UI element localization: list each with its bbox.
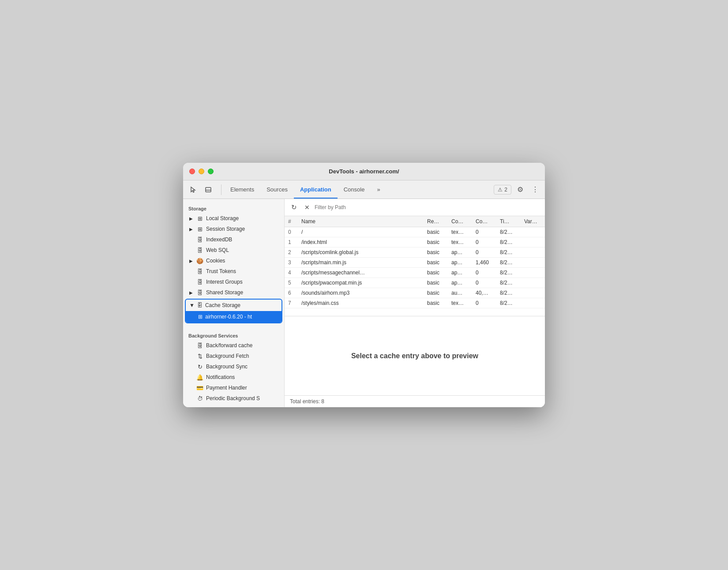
main-content: Storage ▶ ⊞ Local Storage ▶ ⊞ Session St… (183, 199, 545, 407)
refresh-button[interactable]: ↻ (288, 202, 300, 213)
clear-filter-button[interactable]: ✕ (302, 202, 312, 212)
sidebar-item-session-storage[interactable]: ▶ ⊞ Session Storage (183, 224, 284, 234)
sidebar-item-periodic-background[interactable]: ▶ ⏱ Periodic Background S (183, 393, 284, 404)
sidebar-label-local-storage: Local Storage (206, 215, 239, 221)
col-header-ti: Ti… (496, 216, 521, 227)
col-header-re: Re… (424, 216, 448, 227)
sidebar-label-payment-handler: Payment Handler (206, 385, 247, 391)
cell-name: /scripts/comlink.global.js (298, 248, 424, 258)
table-row[interactable]: 7 /styles/main.css basic tex… 0 8/2… (285, 298, 545, 308)
table-row[interactable]: 0 / basic tex… 0 8/2… (285, 227, 545, 237)
table-icon: ⊞ (198, 314, 203, 320)
cell-var (521, 268, 545, 278)
sidebar-item-cache-entry[interactable]: ⊞ airhorner-0.6.20 - ht (186, 311, 281, 322)
cell-var (521, 248, 545, 258)
cell-re: basic (424, 258, 448, 268)
arrow-icon: ▼ (189, 302, 195, 308)
cell-co2: 0 (472, 227, 496, 237)
sidebar-item-notifications[interactable]: ▶ 🔔 Notifications (183, 372, 284, 382)
sidebar-item-web-sql[interactable]: ▶ 🗄 Web SQL (183, 245, 284, 255)
storage-icon: ⊞ (196, 215, 203, 222)
sidebar: Storage ▶ ⊞ Local Storage ▶ ⊞ Session St… (183, 199, 285, 407)
toolbar-divider (221, 184, 221, 195)
db-icon: 🗄 (196, 289, 203, 296)
cell-name: /scripts/main.min.js (298, 258, 424, 268)
toolbar: Elements Sources Application Console » ⚠… (183, 180, 545, 199)
cell-ti: 8/2… (496, 288, 521, 298)
preview-area: Select a cache entry above to preview (285, 316, 545, 395)
sidebar-item-local-storage[interactable]: ▶ ⊞ Local Storage (183, 213, 284, 224)
main-panel: ↻ ✕ # Name Re… Co… Co… Ti… Var (285, 199, 545, 407)
table-row[interactable]: 4 /scripts/messagechannel… basic ap… 0 8… (285, 268, 545, 278)
sidebar-label-back-forward-cache: Back/forward cache (206, 342, 252, 349)
minimize-button[interactable] (199, 169, 204, 174)
cell-name: / (298, 227, 424, 237)
dock-icon[interactable] (202, 184, 215, 196)
sidebar-label-web-sql: Web SQL (206, 247, 229, 253)
sidebar-item-shared-storage[interactable]: ▶ 🗄 Shared Storage (183, 287, 284, 298)
table-row[interactable]: 3 /scripts/main.min.js basic ap… 1,460 8… (285, 258, 545, 268)
db-icon: 🗄 (196, 236, 203, 243)
sidebar-item-background-fetch[interactable]: ▶ ⇅ Background Fetch (183, 351, 284, 361)
table-row[interactable]: 5 /scripts/pwacompat.min.js basic ap… 0 … (285, 278, 545, 288)
table-row[interactable]: 2 /scripts/comlink.global.js basic ap… 0… (285, 248, 545, 258)
filter-bar: ↻ ✕ (285, 199, 545, 216)
sidebar-label-indexed-db: IndexedDB (206, 236, 232, 243)
sidebar-item-back-forward-cache[interactable]: ▶ 🗄 Back/forward cache (183, 340, 284, 351)
cell-name: /index.html (298, 237, 424, 248)
settings-button[interactable]: ⚙ (514, 184, 526, 196)
close-button[interactable] (189, 169, 195, 174)
cell-co1: tex… (448, 227, 472, 237)
cell-co1: tex… (448, 298, 472, 308)
tab-application[interactable]: Application (294, 180, 338, 199)
col-header-co2: Co… (472, 216, 496, 227)
arrow-icon: ▶ (188, 227, 194, 232)
cookie-icon: 🍪 (196, 258, 203, 264)
cell-ti: 8/2… (496, 268, 521, 278)
status-bar: Total entries: 8 (285, 395, 545, 407)
arrow-icon: ▶ (188, 216, 194, 221)
tab-console[interactable]: Console (338, 180, 371, 199)
sidebar-item-background-sync[interactable]: ▶ ↻ Background Sync (183, 361, 284, 372)
window-title: DevTools - airhorner.com/ (329, 168, 399, 175)
sidebar-label-notifications: Notifications (206, 374, 235, 380)
sidebar-item-cookies[interactable]: ▶ 🍪 Cookies (183, 255, 284, 266)
db-icon: 🗄 (197, 302, 203, 308)
svg-rect-0 (206, 188, 211, 192)
sidebar-item-indexed-db[interactable]: ▶ 🗄 IndexedDB (183, 234, 284, 245)
sidebar-item-payment-handler[interactable]: ▶ 💳 Payment Handler (183, 382, 284, 393)
cursor-icon[interactable] (187, 184, 200, 196)
sync-icon: ↻ (196, 364, 203, 370)
db-icon: 🗄 (196, 247, 203, 254)
arrow-icon: ▶ (188, 290, 194, 295)
cell-re: basic (424, 268, 448, 278)
tab-sources[interactable]: Sources (260, 180, 294, 199)
table-header: # Name Re… Co… Co… Ti… Var… (285, 216, 545, 227)
table-row[interactable]: 6 /sounds/airhorn.mp3 basic au… 40,… 8/2… (285, 288, 545, 298)
more-button[interactable]: ⋮ (529, 184, 541, 196)
maximize-button[interactable] (208, 169, 214, 174)
titlebar: DevTools - airhorner.com/ (183, 163, 545, 180)
preview-text: Select a cache entry above to preview (351, 352, 478, 360)
cell-re: basic (424, 227, 448, 237)
tab-more[interactable]: » (371, 180, 386, 199)
periodic-icon: ⏱ (196, 395, 203, 402)
nav-tabs: Elements Sources Application Console » (224, 180, 493, 199)
cell-name: /scripts/pwacompat.min.js (298, 278, 424, 288)
cell-co2: 40,… (472, 288, 496, 298)
tab-elements[interactable]: Elements (224, 180, 260, 199)
cell-re: basic (424, 288, 448, 298)
arrow-icon: ▶ (188, 259, 194, 263)
cell-re: basic (424, 298, 448, 308)
warning-badge[interactable]: ⚠ 2 (494, 185, 511, 195)
cell-co2: 0 (472, 237, 496, 248)
sidebar-item-trust-tokens[interactable]: ▶ 🗄 Trust Tokens (183, 266, 284, 277)
background-services-label: Background Services (183, 330, 284, 340)
sidebar-label-cookies: Cookies (206, 258, 225, 264)
cell-ti: 8/2… (496, 298, 521, 308)
table-row[interactable]: 1 /index.html basic tex… 0 8/2… (285, 237, 545, 248)
sidebar-item-cache-storage[interactable]: ▼ 🗄 Cache Storage (186, 300, 281, 311)
filter-input[interactable] (315, 204, 541, 210)
cell-co2: 0 (472, 268, 496, 278)
sidebar-item-interest-groups[interactable]: ▶ 🗄 Interest Groups (183, 277, 284, 287)
